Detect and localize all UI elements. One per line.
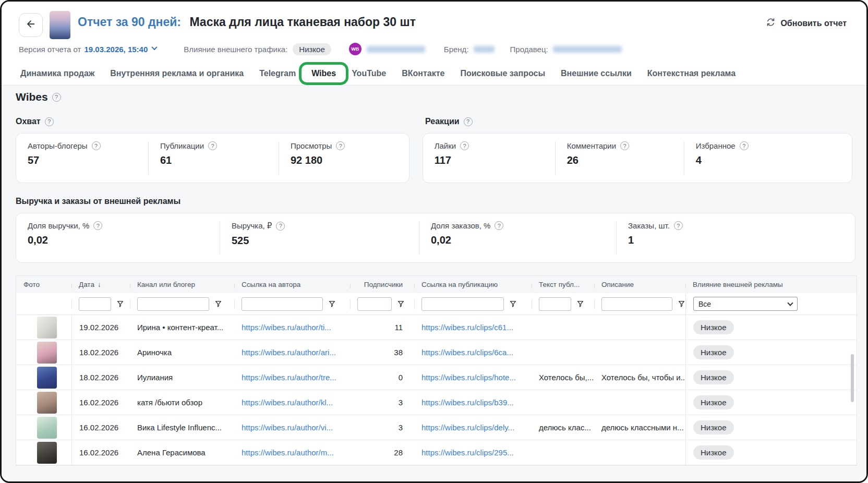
brand-value-blurred	[474, 46, 495, 53]
filter-funnel-icon[interactable]	[328, 300, 336, 308]
help-icon[interactable]	[495, 221, 503, 230]
article-number-blurred[interactable]	[367, 46, 425, 53]
tab-wibes[interactable]: Wibes	[311, 69, 336, 78]
row-photo	[37, 317, 57, 339]
metric-likes: Лайки 117	[423, 141, 555, 175]
version-dropdown[interactable]: 19.03.2026, 15:40	[85, 45, 157, 54]
cell-date: 18.02.2026	[71, 365, 130, 390]
filter-funnel-icon[interactable]	[214, 300, 222, 308]
filter-funnel-icon[interactable]	[116, 300, 124, 308]
table-row[interactable]: 16.02.2026 катя /бьюти обзор https://wib…	[16, 390, 857, 415]
reach-title: Охват	[16, 117, 425, 126]
help-icon[interactable]	[336, 141, 345, 150]
refresh-label: Обновить отчет	[780, 19, 847, 28]
author-link[interactable]: https://wibes.ru/author/vi...	[242, 423, 333, 432]
chevron-down-icon	[152, 44, 158, 50]
report-tabs: Динамика продаж Внутренняя реклама и орг…	[2, 62, 866, 86]
filter-input-date[interactable]	[79, 297, 111, 311]
row-photo	[37, 442, 57, 464]
help-icon[interactable]	[620, 141, 629, 150]
publication-link[interactable]: https://wibes.ru/clips/b39...	[421, 398, 514, 407]
metric-value: 57	[28, 154, 148, 166]
filter-influence: Все	[685, 293, 858, 315]
help-icon[interactable]	[674, 221, 683, 230]
table-row[interactable]: 19.02.2026 Ирина • контент-креат... http…	[16, 315, 857, 340]
tab-external-links[interactable]: Внешние ссылки	[561, 69, 632, 78]
traffic-badge: Низкое	[293, 43, 331, 55]
tab-vkontakte[interactable]: ВКонтакте	[402, 69, 444, 78]
tab-context-ads[interactable]: Контекстная реклама	[647, 69, 736, 78]
product-thumbnail	[50, 11, 70, 39]
help-icon[interactable]	[45, 117, 54, 126]
cell-channel: Ариночка	[130, 348, 234, 357]
help-icon[interactable]	[92, 141, 101, 150]
filter-input-pub-text[interactable]	[539, 297, 571, 311]
sort-desc-icon[interactable]: ↓	[98, 281, 101, 288]
publication-link[interactable]: https://wibes.ru/clips/c61...	[421, 323, 513, 332]
author-link[interactable]: https://wibes.ru/author/ti...	[242, 323, 331, 332]
author-link[interactable]: https://wibes.ru/author/kl...	[242, 398, 333, 407]
seller-label: Продавец:	[510, 45, 548, 54]
help-icon[interactable]	[93, 221, 102, 230]
tab-youtube[interactable]: YouTube	[352, 69, 386, 78]
cell-channel: Вика Lifestyle Influenc...	[130, 423, 234, 432]
report-window: Отчет за 90 дней: Маска для лица тканева…	[0, 0, 868, 483]
help-icon[interactable]	[276, 222, 285, 231]
author-link[interactable]: https://wibes.ru/author/ari...	[242, 348, 336, 357]
influence-badge: Низкое	[693, 445, 734, 460]
table-row[interactable]: 16.02.2026 Алена Герасимова https://wibe…	[16, 440, 857, 465]
publication-link[interactable]: https://wibes.ru/clips/295...	[421, 448, 514, 457]
tab-sales-dynamics[interactable]: Динамика продаж	[20, 69, 94, 78]
help-icon[interactable]	[460, 141, 469, 150]
tab-search-queries[interactable]: Поисковые запросы	[460, 69, 545, 78]
influence-badge: Низкое	[693, 395, 734, 409]
filter-input-pub-link[interactable]	[421, 297, 504, 311]
cell-subscribers: 3	[350, 423, 414, 432]
help-icon[interactable]	[740, 141, 749, 150]
filter-pub-link	[414, 293, 532, 315]
seller-value-blurred	[553, 46, 622, 53]
help-icon[interactable]	[464, 117, 473, 126]
filter-funnel-icon[interactable]	[576, 300, 584, 308]
publication-link[interactable]: https://wibes.ru/clips/dely...	[421, 423, 514, 432]
filter-photo	[16, 293, 71, 315]
author-link[interactable]: https://wibes.ru/author/tre...	[242, 373, 336, 382]
help-icon[interactable]	[52, 93, 61, 102]
col-author-link: Ссылка на автора	[234, 281, 350, 288]
refresh-report-button[interactable]: Обновить отчет	[766, 17, 847, 29]
section-title-wibes: Wibes	[16, 91, 852, 103]
cell-pub-text: делюсь клас...	[532, 423, 594, 432]
influence-filter-select[interactable]: Все	[693, 297, 798, 311]
filter-input-subscribers[interactable]	[357, 297, 392, 311]
publication-link[interactable]: https://wibes.ru/clips/6ca...	[421, 348, 513, 357]
help-icon[interactable]	[208, 141, 217, 150]
publication-link[interactable]: https://wibes.ru/clips/hote...	[421, 373, 516, 382]
filter-funnel-icon[interactable]	[397, 300, 405, 308]
filter-input-description[interactable]	[601, 297, 672, 311]
cell-date: 16.02.2026	[71, 440, 130, 465]
table-row[interactable]: 16.02.2026 Вика Lifestyle Influenc... ht…	[16, 415, 857, 440]
tab-telegram[interactable]: Telegram	[259, 69, 296, 78]
filter-input-author-link[interactable]	[242, 297, 323, 311]
cell-channel: Иулиания	[130, 373, 234, 382]
metric-orders-share: Доля заказов, % 0,02	[419, 221, 616, 255]
influence-badge: Низкое	[693, 345, 734, 359]
metric-orders: Заказы, шт. 1	[616, 221, 855, 255]
author-link[interactable]: https://wibes.ru/author/m...	[242, 448, 334, 457]
metric-revenue: Выручка, ₽ 525	[220, 221, 419, 255]
tab-internal-ads[interactable]: Внутренняя реклама и органика	[110, 69, 244, 78]
cell-subscribers: 28	[350, 448, 414, 457]
filter-funnel-icon[interactable]	[509, 300, 517, 308]
metric-label: Доля заказов, %	[431, 221, 490, 230]
filter-input-channel[interactable]	[137, 297, 209, 311]
back-button[interactable]	[19, 13, 43, 37]
metric-label: Лайки	[435, 141, 456, 150]
metric-label: Заказы, шт.	[628, 221, 670, 230]
metric-label: Избранное	[696, 141, 736, 150]
filter-funnel-icon[interactable]	[678, 300, 685, 308]
metric-value: 4	[696, 154, 852, 166]
col-date[interactable]: Дата↓	[71, 281, 130, 288]
table-vertical-scrollbar[interactable]	[851, 354, 854, 402]
table-row[interactable]: 18.02.2026 Ариночка https://wibes.ru/aut…	[16, 340, 857, 365]
table-row[interactable]: 18.02.2026 Иулиания https://wibes.ru/aut…	[16, 365, 857, 390]
